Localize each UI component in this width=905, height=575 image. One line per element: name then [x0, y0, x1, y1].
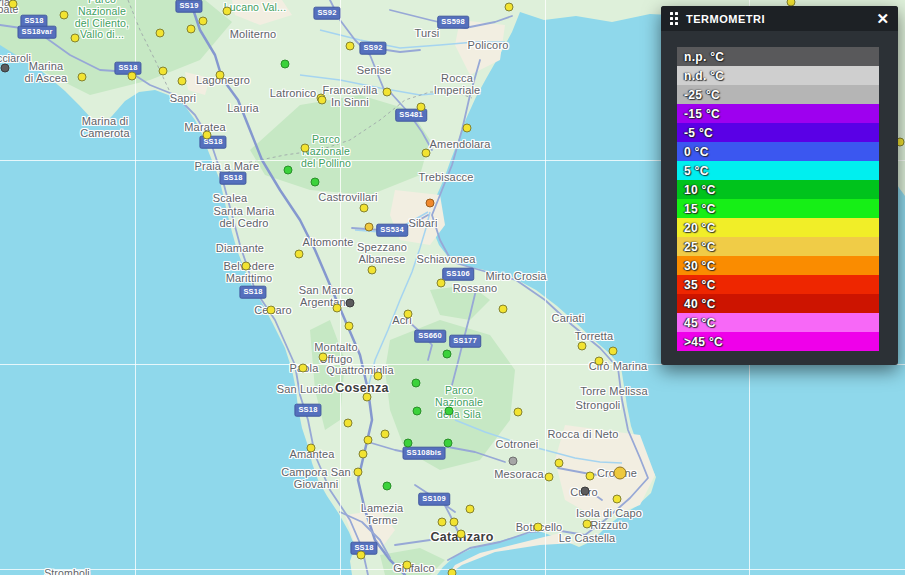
station-marker-yellow[interactable]	[9, 0, 18, 9]
legend-panel: TERMOMETRI ✕ n.p. °Cn.d. °C-25 °C-15 °C-…	[661, 6, 898, 365]
station-marker-yellow[interactable]	[417, 103, 426, 112]
station-marker-yellow[interactable]	[463, 124, 472, 133]
station-marker-yellow[interactable]	[333, 304, 342, 313]
station-marker-green[interactable]	[412, 379, 421, 388]
station-marker-yellow[interactable]	[383, 88, 392, 97]
station-marker-yellow[interactable]	[319, 353, 328, 362]
station-marker-yellow[interactable]	[78, 73, 87, 82]
legend-entry-5-c: -5 °C	[677, 123, 879, 142]
station-marker-yellow[interactable]	[345, 322, 354, 331]
station-marker-yellow[interactable]	[295, 250, 304, 259]
station-marker-yellow[interactable]	[613, 495, 622, 504]
station-marker-yellow[interactable]	[403, 561, 412, 570]
station-marker-yellow[interactable]	[437, 279, 446, 288]
station-marker-green[interactable]	[413, 407, 422, 416]
station-marker-darkgray[interactable]	[581, 487, 590, 496]
station-marker-yellow[interactable]	[466, 505, 475, 514]
station-marker-green[interactable]	[383, 482, 392, 491]
station-marker-yellow[interactable]	[404, 310, 413, 319]
legend-entry-30-c: 30 °C	[677, 256, 879, 275]
legend-entry-25-c: -25 °C	[677, 85, 879, 104]
station-marker-yellow[interactable]	[128, 72, 137, 81]
legend-entry-10-c: 10 °C	[677, 180, 879, 199]
legend-entry-n-d-c: n.d. °C	[677, 66, 879, 85]
close-icon[interactable]: ✕	[876, 11, 889, 26]
station-marker-yellow[interactable]	[156, 29, 165, 38]
legend-header[interactable]: TERMOMETRI ✕	[661, 6, 898, 31]
station-marker-gold[interactable]	[365, 223, 374, 232]
station-marker-yellow[interactable]	[545, 473, 554, 482]
station-marker-yellow[interactable]	[448, 569, 457, 575]
station-marker-yellow[interactable]	[203, 131, 212, 140]
station-marker-yellow[interactable]	[363, 393, 372, 402]
legend-entry-5-c: 5 °C	[677, 161, 879, 180]
station-marker-green[interactable]	[443, 350, 452, 359]
station-marker-yellow[interactable]	[344, 419, 353, 428]
legend-entry-35-c: 35 °C	[677, 275, 879, 294]
station-marker-green[interactable]	[284, 166, 293, 175]
station-marker-darkgray[interactable]	[346, 299, 355, 308]
station-marker-yellow[interactable]	[499, 305, 508, 314]
station-marker-gold[interactable]	[614, 467, 627, 480]
legend-entry-15-c: -15 °C	[677, 104, 879, 123]
station-marker-yellow[interactable]	[457, 530, 466, 539]
station-marker-yellow[interactable]	[199, 17, 208, 26]
station-marker-green[interactable]	[281, 60, 290, 69]
station-marker-green[interactable]	[445, 407, 454, 416]
drag-handle-icon[interactable]	[670, 12, 678, 25]
station-marker-green[interactable]	[444, 439, 453, 448]
legend-entry-20-c: 20 °C	[677, 218, 879, 237]
station-marker-yellow[interactable]	[301, 144, 310, 153]
station-marker-yellow[interactable]	[187, 25, 196, 34]
station-marker-yellow[interactable]	[178, 77, 187, 86]
station-marker-yellow[interactable]	[307, 444, 316, 453]
legend-entry-25-c: 25 °C	[677, 237, 879, 256]
station-marker-yellow[interactable]	[318, 96, 327, 105]
station-marker-yellow[interactable]	[534, 523, 543, 532]
legend-entry-40-c: 40 °C	[677, 294, 879, 313]
station-marker-yellow[interactable]	[595, 357, 604, 366]
station-marker-green[interactable]	[311, 178, 320, 187]
station-marker-yellow[interactable]	[374, 372, 383, 381]
station-marker-orange[interactable]	[426, 199, 435, 208]
station-marker-yellow[interactable]	[438, 518, 447, 527]
station-marker-green[interactable]	[404, 439, 413, 448]
legend-scale: n.p. °Cn.d. °C-25 °C-15 °C-5 °C0 °C5 °C1…	[661, 31, 898, 351]
station-marker-yellow[interactable]	[578, 342, 587, 351]
station-marker-yellow[interactable]	[505, 3, 514, 12]
station-marker-yellow[interactable]	[159, 67, 168, 76]
station-marker-yellow[interactable]	[381, 430, 390, 439]
station-marker-yellow[interactable]	[242, 262, 251, 271]
station-marker-yellow[interactable]	[71, 34, 80, 43]
station-marker-yellow[interactable]	[514, 408, 523, 417]
station-marker-yellow[interactable]	[60, 11, 69, 20]
legend-title: TERMOMETRI	[686, 13, 868, 25]
legend-entry-0-c: 0 °C	[677, 142, 879, 161]
legend-entry-15-c: 15 °C	[677, 199, 879, 218]
station-marker-yellow[interactable]	[422, 149, 431, 158]
station-marker-yellow[interactable]	[299, 364, 308, 373]
station-marker-yellow[interactable]	[223, 7, 232, 16]
station-marker-yellow[interactable]	[267, 306, 276, 315]
station-marker-gray[interactable]	[509, 457, 518, 466]
station-marker-yellow[interactable]	[450, 518, 459, 527]
map-app: riabatecciaroliStromboliLucano Val...Par…	[0, 0, 905, 575]
legend-entry-n-p-c: n.p. °C	[677, 47, 879, 66]
station-marker-darkgray[interactable]	[1, 64, 10, 73]
station-marker-yellow[interactable]	[216, 71, 225, 80]
station-marker-yellow[interactable]	[586, 472, 595, 481]
station-marker-yellow[interactable]	[583, 520, 592, 529]
station-marker-yellow[interactable]	[346, 42, 355, 51]
station-marker-yellow[interactable]	[360, 204, 369, 213]
station-marker-yellow[interactable]	[555, 459, 564, 468]
legend-entry-45-c: 45 °C	[677, 313, 879, 332]
station-marker-yellow[interactable]	[359, 450, 368, 459]
station-marker-yellow[interactable]	[364, 436, 373, 445]
station-marker-yellow[interactable]	[357, 551, 366, 560]
station-marker-yellow[interactable]	[354, 468, 363, 477]
legend-entry-45-c: >45 °C	[677, 332, 879, 351]
station-marker-yellow[interactable]	[368, 266, 377, 275]
station-marker-yellow[interactable]	[609, 347, 618, 356]
